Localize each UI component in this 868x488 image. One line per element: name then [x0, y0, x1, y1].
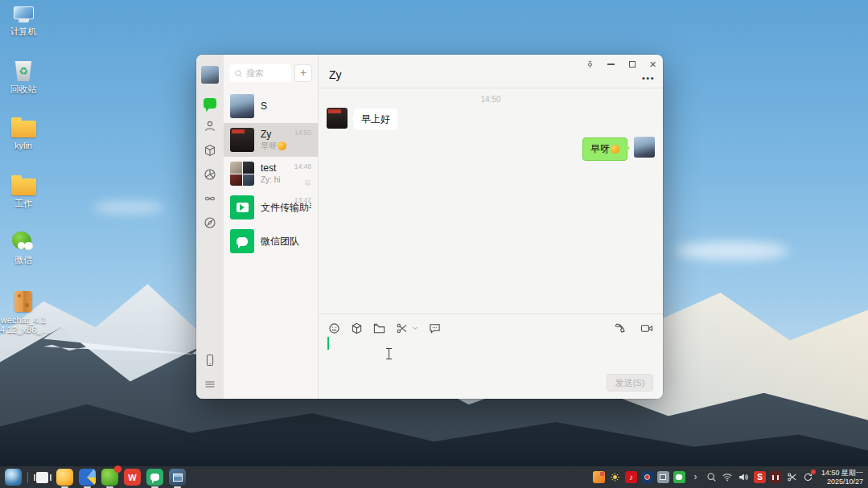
desktop: 计算机 ♻ 回收站 kylin 工作 微信 wechat_4.1 4.12_x8…	[0, 0, 868, 488]
launcher-button[interactable]	[5, 469, 22, 486]
group-avatar	[230, 162, 254, 186]
wps-icon: W	[124, 469, 141, 486]
close-button[interactable]: ✕	[648, 60, 657, 69]
more-options-button[interactable]: •••	[642, 73, 655, 83]
recycle-bin-icon: ♻	[14, 61, 33, 81]
screenshot-scissors-icon[interactable]	[396, 322, 408, 334]
sogou-letter: S	[757, 473, 763, 482]
tray-screenshot-icon[interactable]	[657, 471, 669, 483]
menu-hamburger-icon[interactable]	[204, 377, 217, 391]
folder-icon[interactable]	[373, 322, 385, 334]
chat-preview: 早呀	[261, 141, 311, 152]
browser-icon	[79, 469, 96, 486]
multitask-view-button[interactable]	[34, 469, 51, 486]
tray-expand-chevron[interactable]: ›	[689, 471, 701, 483]
close-icon: ✕	[649, 60, 656, 69]
emoji-icon[interactable]	[328, 322, 340, 334]
desktop-icon-recycle-bin[interactable]: ♻ 回收站	[0, 61, 47, 94]
favorites-icon[interactable]	[204, 143, 217, 157]
chat-item-s[interactable]: S	[224, 89, 318, 123]
chat-item-zy[interactable]: Zy 早呀 14:50	[224, 123, 318, 157]
screenshot-dropdown-chevron-icon[interactable]	[412, 325, 418, 331]
taskbar-app-screenshot[interactable]	[169, 469, 186, 486]
sidebar-bottom-group	[204, 342, 217, 391]
send-button[interactable]: 发送(S)	[607, 374, 653, 392]
taskbar-app-software-store[interactable]	[101, 469, 118, 486]
tray-wifi-icon[interactable]	[722, 471, 734, 483]
tray-files-icon[interactable]	[593, 471, 605, 483]
music-note-glyph: ♪	[629, 471, 633, 483]
wechat-app-icon	[12, 232, 35, 252]
taskbar: W ♪ › S	[0, 466, 868, 488]
avatar	[230, 94, 254, 118]
launcher-globe-icon	[5, 469, 22, 486]
own-avatar[interactable]	[634, 137, 655, 158]
taskbar-app-wechat[interactable]	[146, 469, 163, 486]
desktop-icon-wechat[interactable]: 微信	[0, 232, 47, 265]
chats-tab-icon[interactable]	[204, 98, 216, 109]
tray-volume-icon[interactable]	[738, 471, 750, 483]
video-call-icon[interactable]	[640, 322, 653, 334]
tray-ime-icon[interactable]	[770, 471, 782, 483]
search-input[interactable]: 搜索	[229, 64, 291, 82]
folder-icon	[11, 178, 36, 195]
tray-search-icon[interactable]	[706, 471, 718, 483]
user-avatar[interactable]	[201, 66, 219, 84]
add-chat-button[interactable]: +	[294, 64, 312, 82]
wechat-window: 搜索 + S Zy 早呀 14:50	[196, 55, 663, 399]
notification-badge	[114, 465, 121, 473]
avatar	[230, 128, 254, 152]
taskbar-app-appcenter[interactable]	[56, 469, 73, 486]
taskbar-clock[interactable]: 14:50 星期一 2025/10/27	[821, 469, 863, 486]
taskbar-divider	[27, 472, 28, 483]
chat-list-panel: 搜索 + S Zy 早呀 14:50	[224, 55, 319, 399]
tray-recorder-icon[interactable]	[641, 471, 653, 483]
update-badge	[811, 470, 816, 474]
chat-name: S	[261, 100, 311, 113]
outgoing-message: 早呀	[582, 137, 655, 161]
time-divider: 14:50	[319, 88, 663, 104]
outgoing-bubble[interactable]: 早呀	[582, 137, 627, 161]
mute-icon	[304, 175, 311, 190]
moments-icon[interactable]	[204, 167, 217, 181]
desktop-icon-wechat-package[interactable]: wechat_4.1 4.12_x86_…	[0, 291, 47, 334]
taskbar-app-browser[interactable]	[79, 469, 96, 486]
tray-brightness-icon[interactable]	[609, 471, 621, 483]
desktop-icon-kylin-folder[interactable]: kylin	[0, 117, 47, 150]
incoming-bubble[interactable]: 早上好	[354, 109, 397, 130]
desktop-icon-label: 工作	[0, 199, 47, 208]
chat-history-icon[interactable]	[429, 322, 441, 334]
chat-name: 微信团队	[261, 236, 311, 248]
taskbar-app-wps[interactable]: W	[124, 469, 141, 486]
sun-emoji	[611, 145, 619, 154]
chat-item-wechat-team[interactable]: 微信团队	[224, 224, 318, 258]
chat-item-test[interactable]: test Zy: hi 14:48	[224, 157, 318, 191]
maximize-button[interactable]	[627, 60, 636, 69]
chat-item-file-transfer[interactable]: 文件传输助手 13:42	[224, 191, 318, 224]
message-input-area[interactable]: 发送(S)	[319, 314, 663, 399]
desktop-icon-computer[interactable]: 计算机	[0, 6, 47, 36]
input-toolbar	[319, 314, 663, 335]
tray-scissors-icon[interactable]	[786, 471, 798, 483]
minimize-button[interactable]	[607, 60, 615, 69]
mobile-phone-icon[interactable]	[204, 353, 217, 367]
file-icon[interactable]	[351, 322, 363, 334]
desktop-icon-label: 计算机	[0, 27, 47, 36]
call-buttons	[615, 322, 653, 334]
pin-window-button[interactable]	[586, 60, 594, 69]
system-tray: ♪ › S 14:50 星期一	[593, 469, 863, 486]
search-row: 搜索 +	[224, 55, 318, 89]
search-discover-icon[interactable]	[204, 215, 217, 229]
tray-update-sync-icon[interactable]	[802, 471, 814, 483]
contacts-icon[interactable]	[204, 119, 217, 133]
voice-call-icon[interactable]	[615, 322, 627, 334]
tray-input-method-sogou-icon[interactable]: S	[754, 471, 766, 483]
channels-icon[interactable]	[204, 191, 217, 205]
sender-avatar[interactable]	[327, 108, 348, 129]
chat-time: 14:50	[294, 129, 311, 137]
desktop-icon-work-folder[interactable]: 工作	[0, 175, 47, 208]
chat-time: 14:48	[294, 162, 311, 170]
wechat-team-icon	[230, 229, 254, 253]
tray-music-icon[interactable]: ♪	[625, 471, 637, 483]
tray-wechat-icon[interactable]	[673, 471, 685, 483]
